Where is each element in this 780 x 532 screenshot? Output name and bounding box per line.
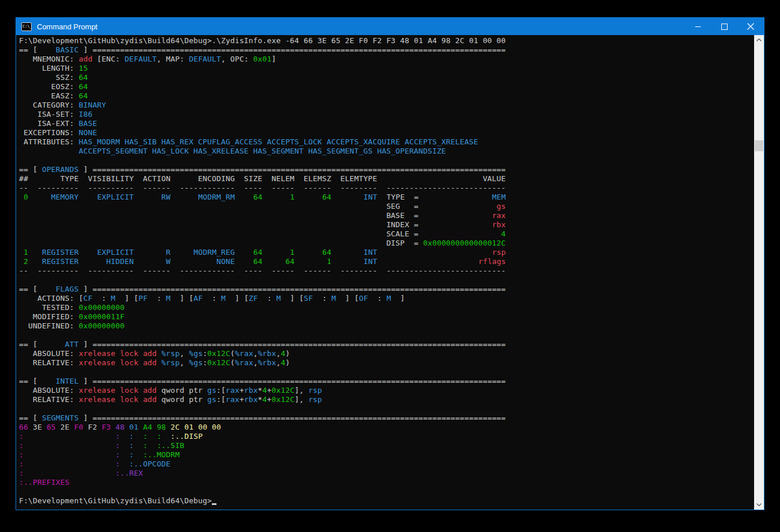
terminal-line: EOSZ: 64 (19, 82, 754, 91)
command-prompt-window: Command Prompt F:\Development\GitHub\zyd (16, 17, 764, 510)
terminal-line: : :..REX (19, 469, 754, 478)
terminal-line: DISP = 0x000000000000012C (19, 239, 754, 248)
scrollbar[interactable] (754, 35, 764, 510)
terminal-line: -- --------- ---------- ------ ---------… (19, 183, 754, 193)
terminal-line: BASE = rax (19, 211, 754, 220)
terminal-line: ISA-SET: I86 (19, 110, 754, 119)
terminal-line: MODIFIED: 0x0000011F (19, 312, 754, 322)
terminal-line: F:\Development\GitHub\zydis\Build64\Debu… (19, 496, 754, 506)
terminal-line: == [ FLAGS ] ===========================… (19, 285, 754, 294)
terminal-line: == [ OPERANDS ] ========================… (19, 165, 754, 174)
terminal-line: TESTED: 0x00000000 (19, 303, 754, 312)
scroll-up-button[interactable] (754, 35, 764, 45)
console-content: F:\Development\GitHub\zydis\Build64\Debu… (16, 35, 764, 510)
close-button[interactable] (737, 18, 764, 35)
terminal-line: : : : : : :..DISP (19, 432, 754, 441)
terminal-line (19, 368, 754, 377)
terminal-line: : : : :..MODRM (19, 450, 754, 460)
terminal-output[interactable]: F:\Development\GitHub\zydis\Build64\Debu… (16, 35, 754, 510)
terminal-line: ATTRIBUTES: HAS_MODRM HAS_SIB HAS_REX CP… (19, 137, 754, 147)
terminal-line: INDEX = rbx (19, 220, 754, 229)
minimize-button[interactable] (684, 18, 711, 35)
terminal-line: ## TYPE VISIBILITY ACTION ENCODING SIZE … (19, 174, 754, 183)
terminal-line: SEG = gs (19, 202, 754, 211)
terminal-line: ABSOLUTE: xrelease lock add qword ptr gs… (19, 386, 754, 395)
terminal-line: EASZ: 64 (19, 91, 754, 101)
terminal-line: CATEGORY: BINARY (19, 101, 754, 110)
terminal-line (19, 156, 754, 165)
terminal-line: ABSOLUTE: xrelease lock add %rsp, %gs:0x… (19, 349, 754, 358)
terminal-line (19, 404, 754, 414)
maximize-icon (721, 24, 728, 30)
terminal-line: == [ ATT ] =============================… (19, 340, 754, 349)
terminal-line: == [ INTEL ] ===========================… (19, 377, 754, 386)
terminal-line (19, 487, 754, 496)
terminal-line: : : :..OPCODE (19, 460, 754, 469)
maximize-button[interactable] (711, 18, 737, 35)
titlebar[interactable]: Command Prompt (16, 18, 764, 35)
terminal-line: -- --------- ---------- ------ ---------… (19, 266, 754, 275)
chevron-up-icon (756, 39, 762, 41)
scroll-down-button[interactable] (754, 500, 764, 510)
terminal-line: F:\Development\GitHub\zydis\Build64\Debu… (19, 36, 754, 45)
terminal-line: RELATIVE: xrelease lock add %rsp, %gs:0x… (19, 358, 754, 368)
terminal-line (19, 331, 754, 340)
terminal-line: ACCEPTS_SEGMENT HAS_LOCK HAS_XRELEASE HA… (19, 147, 754, 156)
terminal-line: ISA-EXT: BASE (19, 119, 754, 128)
text-cursor (212, 497, 216, 505)
terminal-line: 2 REGISTER HIDDEN W NONE 64 64 1 INT rfl… (19, 257, 754, 266)
terminal-line: MNEMONIC: add [ENC: DEFAULT, MAP: DEFAUL… (19, 55, 754, 64)
terminal-line: SCALE = 4 (19, 229, 754, 239)
terminal-line: :..PREFIXES (19, 478, 754, 487)
window-title: Command Prompt (37, 22, 684, 31)
terminal-line (19, 275, 754, 285)
terminal-line: == [ SEGMENTS ] ========================… (19, 414, 754, 423)
terminal-line: LENGTH: 15 (19, 64, 754, 73)
terminal-line: 0 MEMORY EXPLICIT RW MODRM_RM 64 1 64 IN… (19, 193, 754, 202)
terminal-line: 66 3E 65 2E F0 F2 F3 48 01 A4 98 2C 01 0… (19, 423, 754, 432)
minimize-icon (695, 24, 701, 30)
chevron-down-icon (756, 503, 762, 506)
terminal-line: SSZ: 64 (19, 73, 754, 82)
terminal-line: : : : : :..SIB (19, 441, 754, 450)
terminal-line: UNDEFINED: 0x00000000 (19, 322, 754, 331)
terminal-line: 1 REGISTER EXPLICIT R MODRM_REG 64 1 64 … (19, 248, 754, 257)
terminal-line: RELATIVE: xrelease lock add qword ptr gs… (19, 395, 754, 404)
terminal-line: == [ BASIC ] ===========================… (19, 45, 754, 55)
terminal-line: ACTIONS: [CF : M ] [PF : M ] [AF : M ] [… (19, 294, 754, 303)
scrollbar-thumb[interactable] (755, 140, 763, 151)
cmd-icon (21, 22, 32, 31)
window-controls (684, 18, 764, 35)
terminal-line: EXCEPTIONS: NONE (19, 128, 754, 137)
close-icon (747, 23, 754, 30)
